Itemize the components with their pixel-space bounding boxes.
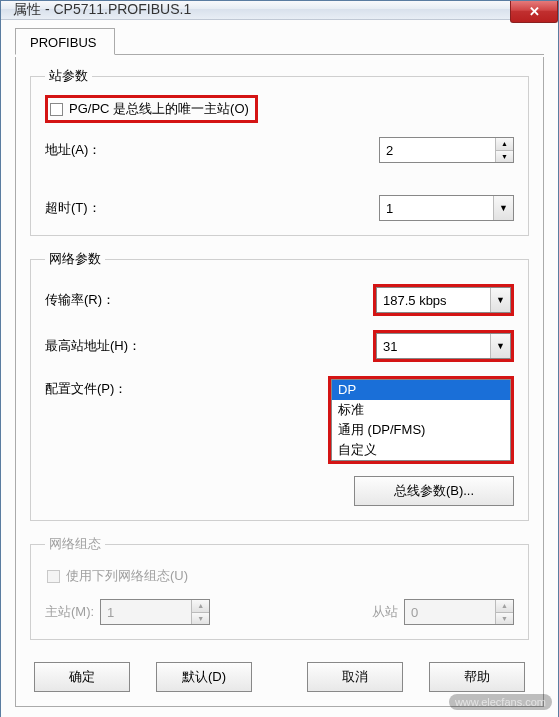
client-area: PROFIBUS 站参数 PG/PC 是总线上的唯一主站(O) 地址(A)： 2: [1, 20, 558, 717]
dialog-button-row: 确定 默认(D) 取消 帮助: [30, 654, 529, 694]
chevron-down-icon[interactable]: ▼: [490, 334, 510, 358]
slave-label: 从站: [372, 603, 398, 621]
tabbar: PROFIBUS: [15, 28, 544, 55]
dialog-window: 属性 - CP5711.PROFIBUS.1 ✕ PROFIBUS 站参数 PG…: [0, 0, 559, 717]
master-spin-up: ▲: [192, 600, 209, 613]
profile-option-standard[interactable]: 标准: [332, 400, 510, 420]
timeout-value: 1: [380, 196, 493, 220]
max-addr-label: 最高站地址(H)：: [45, 337, 215, 355]
max-addr-select[interactable]: 31 ▼: [376, 333, 511, 359]
row-rate: 传输率(R)： 187.5 kbps ▼: [45, 284, 514, 316]
highlight-only-master: PG/PC 是总线上的唯一主站(O): [45, 95, 258, 123]
titlebar[interactable]: 属性 - CP5711.PROFIBUS.1 ✕: [1, 1, 558, 20]
tab-profibus[interactable]: PROFIBUS: [15, 28, 115, 55]
highlight-rate: 187.5 kbps ▼: [373, 284, 514, 316]
address-spin-down[interactable]: ▼: [496, 151, 513, 163]
ok-button[interactable]: 确定: [34, 662, 130, 692]
row-use-netconfig: 使用下列网络组态(U): [45, 563, 514, 589]
use-netconfig-label: 使用下列网络组态(U): [66, 567, 188, 585]
chevron-down-icon[interactable]: ▼: [490, 288, 510, 312]
address-spin-up[interactable]: ▲: [496, 138, 513, 151]
profile-listbox[interactable]: DP 标准 通用 (DP/FMS) 自定义: [331, 379, 511, 461]
close-icon: ✕: [529, 4, 540, 19]
profile-option-dp[interactable]: DP: [332, 380, 510, 400]
row-max-addr: 最高站地址(H)： 31 ▼: [45, 330, 514, 362]
group-net-config: 网络组态 使用下列网络组态(U) 主站(M): 1 ▲ ▼: [30, 535, 529, 640]
checkbox-only-master[interactable]: [50, 103, 63, 116]
rate-select[interactable]: 187.5 kbps ▼: [376, 287, 511, 313]
window-title: 属性 - CP5711.PROFIBUS.1: [13, 1, 191, 19]
group-station-params: 站参数 PG/PC 是总线上的唯一主站(O) 地址(A)： 2 ▲ ▼: [30, 67, 529, 236]
only-master-label: PG/PC 是总线上的唯一主站(O): [69, 100, 249, 118]
row-timeout: 超时(T)： 1 ▼: [45, 195, 514, 221]
slave-spin-up: ▲: [496, 600, 513, 613]
row-master-slave: 主站(M): 1 ▲ ▼ 从站 0: [45, 599, 514, 625]
tab-content: 站参数 PG/PC 是总线上的唯一主站(O) 地址(A)： 2 ▲ ▼: [15, 57, 544, 707]
master-spin-down: ▼: [192, 613, 209, 625]
bus-params-button[interactable]: 总线参数(B)...: [354, 476, 514, 506]
group-station-legend: 站参数: [45, 67, 92, 85]
master-spinner: 1 ▲ ▼: [100, 599, 210, 625]
master-value: 1: [101, 600, 191, 624]
profile-option-custom[interactable]: 自定义: [332, 440, 510, 460]
group-network-legend: 网络参数: [45, 250, 105, 268]
pair-slave: 从站 0 ▲ ▼: [372, 599, 514, 625]
highlight-max-addr: 31 ▼: [373, 330, 514, 362]
address-label: 地址(A)：: [45, 141, 205, 159]
address-spinner[interactable]: 2 ▲ ▼: [379, 137, 514, 163]
slave-spinner-buttons: ▲ ▼: [495, 600, 513, 624]
slave-spinner: 0 ▲ ▼: [404, 599, 514, 625]
close-button[interactable]: ✕: [510, 1, 558, 23]
checkbox-use-netconfig: [47, 570, 60, 583]
max-addr-value: 31: [377, 334, 490, 358]
chevron-down-icon[interactable]: ▼: [493, 196, 513, 220]
slave-spin-down: ▼: [496, 613, 513, 625]
row-profile: 配置文件(P)： DP 标准 通用 (DP/FMS) 自定义: [45, 376, 514, 464]
address-value[interactable]: 2: [380, 138, 495, 162]
slave-value: 0: [405, 600, 495, 624]
profile-label: 配置文件(P)：: [45, 376, 215, 398]
address-spinner-buttons: ▲ ▼: [495, 138, 513, 162]
default-button[interactable]: 默认(D): [156, 662, 252, 692]
highlight-profile: DP 标准 通用 (DP/FMS) 自定义: [328, 376, 514, 464]
row-address: 地址(A)： 2 ▲ ▼: [45, 137, 514, 163]
group-network-params: 网络参数 传输率(R)： 187.5 kbps ▼ 最高站地址(H)：: [30, 250, 529, 521]
cancel-button[interactable]: 取消: [307, 662, 403, 692]
pair-master: 主站(M): 1 ▲ ▼: [45, 599, 210, 625]
rate-value: 187.5 kbps: [377, 288, 490, 312]
master-spinner-buttons: ▲ ▼: [191, 600, 209, 624]
timeout-select[interactable]: 1 ▼: [379, 195, 514, 221]
row-bus-params: 总线参数(B)...: [45, 476, 514, 506]
timeout-label: 超时(T)：: [45, 199, 205, 217]
rate-label: 传输率(R)：: [45, 291, 215, 309]
help-button[interactable]: 帮助: [429, 662, 525, 692]
group-net-config-legend: 网络组态: [45, 535, 105, 553]
master-label: 主站(M):: [45, 603, 94, 621]
profile-option-universal[interactable]: 通用 (DP/FMS): [332, 420, 510, 440]
